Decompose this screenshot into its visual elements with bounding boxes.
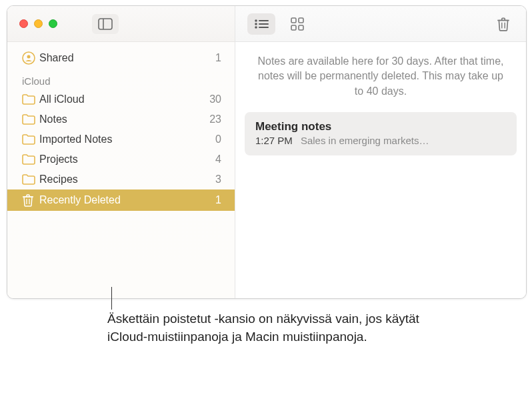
sidebar-item-label: Notes bbox=[39, 113, 209, 125]
sidebar-item-count: 0 bbox=[215, 133, 223, 145]
folder-icon bbox=[22, 174, 39, 185]
svg-point-6 bbox=[255, 19, 257, 22]
sidebar-item-shared[interactable]: Shared 1 bbox=[7, 47, 235, 69]
svg-rect-0 bbox=[99, 19, 112, 29]
deletion-info-text: Notes are available here for 30 days. Af… bbox=[235, 42, 526, 108]
sidebar-body: Shared 1 iCloud All iCloud 30 Notes 23 I… bbox=[7, 42, 235, 298]
folder-icon bbox=[22, 154, 39, 165]
svg-rect-15 bbox=[299, 25, 303, 30]
sidebar-item-label: Shared bbox=[39, 52, 215, 64]
sidebar-item-label: Recently Deleted bbox=[39, 194, 215, 206]
trash-icon bbox=[497, 17, 510, 31]
sidebar-item-recently-deleted[interactable]: Recently Deleted 1 bbox=[7, 189, 235, 211]
callout-text: Äskettäin poistetut -kansio on näkyvissä… bbox=[107, 310, 427, 346]
shared-icon bbox=[22, 51, 39, 65]
note-time: 1:27 PM bbox=[255, 135, 293, 146]
traffic-lights bbox=[19, 19, 57, 28]
sidebar-item-label: Projects bbox=[39, 153, 215, 165]
sidebar-section-header: iCloud bbox=[7, 69, 235, 89]
sidebar-item-count: 30 bbox=[209, 93, 223, 105]
sidebar-toggle-button[interactable] bbox=[92, 14, 119, 34]
main-panel: Notes are available here for 30 days. Af… bbox=[235, 6, 526, 298]
sidebar-item-label: Imported Notes bbox=[39, 133, 215, 145]
list-icon bbox=[254, 19, 269, 29]
callout-leader-line bbox=[111, 287, 112, 310]
sidebar-item-count: 23 bbox=[209, 113, 223, 125]
sidebar: Shared 1 iCloud All iCloud 30 Notes 23 I… bbox=[7, 6, 235, 298]
sidebar-item-folder[interactable]: Notes 23 bbox=[7, 109, 235, 129]
svg-point-7 bbox=[255, 23, 257, 25]
sidebar-item-label: All iCloud bbox=[39, 93, 209, 105]
sidebar-item-folder[interactable]: Imported Notes 0 bbox=[7, 129, 235, 149]
notes-list: Meeting notes 1:27 PM Sales in emerging … bbox=[235, 108, 526, 159]
folder-icon bbox=[22, 134, 39, 145]
sidebar-item-count: 1 bbox=[215, 194, 223, 206]
svg-rect-12 bbox=[291, 18, 296, 23]
fullscreen-window-button[interactable] bbox=[49, 19, 57, 28]
svg-rect-13 bbox=[299, 18, 303, 23]
trash-icon bbox=[22, 193, 39, 207]
close-window-button[interactable] bbox=[19, 19, 28, 28]
sidebar-item-folder[interactable]: Recipes 3 bbox=[7, 169, 235, 189]
sidebar-icon bbox=[98, 18, 113, 30]
svg-rect-14 bbox=[291, 25, 296, 30]
sidebar-item-count: 4 bbox=[215, 153, 223, 165]
sidebar-item-folder[interactable]: All iCloud 30 bbox=[7, 89, 235, 109]
sidebar-item-label: Recipes bbox=[39, 173, 215, 185]
sidebar-item-count: 3 bbox=[215, 173, 223, 185]
folder-icon bbox=[22, 94, 39, 105]
sidebar-item-folder[interactable]: Projects 4 bbox=[7, 149, 235, 169]
svg-point-8 bbox=[255, 26, 257, 29]
minimize-window-button[interactable] bbox=[34, 19, 43, 28]
note-item[interactable]: Meeting notes 1:27 PM Sales in emerging … bbox=[245, 112, 517, 155]
sidebar-folder-list: All iCloud 30 Notes 23 Imported Notes 0 … bbox=[7, 89, 235, 189]
note-preview: Sales in emerging markets… bbox=[301, 135, 429, 146]
main-toolbar bbox=[235, 6, 526, 42]
delete-note-button[interactable] bbox=[493, 17, 514, 31]
sidebar-titlebar bbox=[7, 6, 235, 42]
note-title: Meeting notes bbox=[255, 120, 506, 133]
grid-icon bbox=[291, 17, 304, 31]
svg-point-3 bbox=[27, 55, 31, 59]
sidebar-item-count: 1 bbox=[215, 52, 223, 64]
folder-icon bbox=[22, 114, 39, 125]
notes-window: Shared 1 iCloud All iCloud 30 Notes 23 I… bbox=[7, 5, 527, 299]
grid-view-button[interactable] bbox=[283, 13, 311, 35]
list-view-button[interactable] bbox=[247, 13, 275, 35]
note-subtitle: 1:27 PM Sales in emerging markets… bbox=[255, 135, 506, 146]
